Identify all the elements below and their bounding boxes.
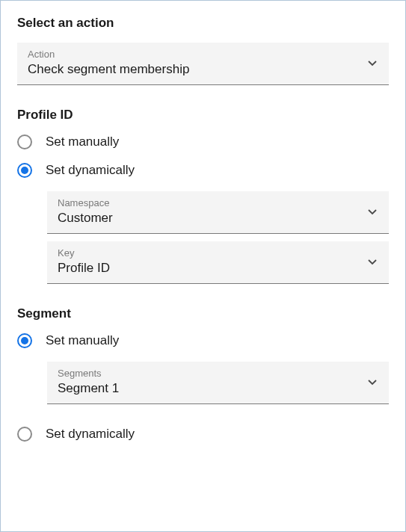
profile-section-title: Profile ID (17, 108, 389, 123)
segment-radio-manual-label: Set manually (46, 333, 119, 348)
key-select[interactable]: Key Profile ID (47, 241, 389, 284)
key-select-label: Key (58, 247, 378, 259)
profile-radio-dynamic[interactable]: Set dynamically (17, 163, 389, 178)
segments-select-value: Segment 1 (58, 381, 119, 395)
action-select[interactable]: Action Check segment membership (17, 43, 389, 85)
segment-radio-manual[interactable]: Set manually (17, 333, 389, 348)
chevron-down-icon (368, 209, 377, 215)
chevron-down-icon (368, 61, 377, 66)
segment-section-title: Segment (17, 306, 389, 321)
namespace-select-label: Namespace (58, 197, 378, 208)
action-select-value: Check segment membership (28, 62, 189, 76)
profile-radio-dynamic-label: Set dynamically (46, 163, 135, 178)
segment-section: Segment Set manually Segments Segment 1 … (17, 306, 389, 442)
segment-radio-dynamic-label: Set dynamically (46, 427, 135, 442)
radio-icon (17, 134, 32, 149)
config-panel: Select an action Action Check segment me… (0, 0, 406, 532)
action-select-label: Action (28, 49, 378, 60)
radio-icon-selected (17, 333, 32, 348)
radio-icon (17, 427, 32, 442)
key-select-value: Profile ID (58, 261, 110, 275)
chevron-down-icon (368, 380, 377, 386)
chevron-down-icon (368, 259, 377, 265)
profile-radio-manual[interactable]: Set manually (17, 134, 389, 149)
profile-radio-manual-label: Set manually (46, 134, 119, 149)
action-section-title: Select an action (17, 16, 389, 31)
segments-select-label: Segments (58, 368, 378, 379)
action-section: Select an action Action Check segment me… (17, 16, 389, 85)
radio-icon-selected (17, 163, 32, 178)
segment-radio-dynamic[interactable]: Set dynamically (17, 427, 389, 442)
profile-section: Profile ID Set manually Set dynamically … (17, 108, 389, 284)
segments-select[interactable]: Segments Segment 1 (47, 362, 389, 404)
namespace-select-value: Customer (58, 211, 113, 225)
namespace-select[interactable]: Namespace Customer (47, 191, 389, 234)
